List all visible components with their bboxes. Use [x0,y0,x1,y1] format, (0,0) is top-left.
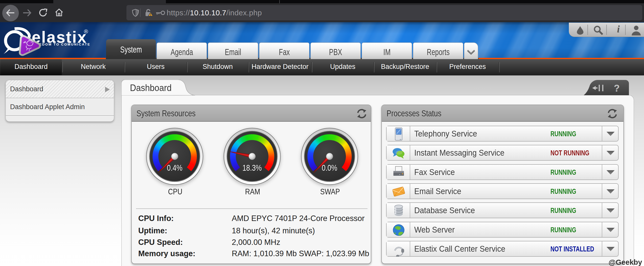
svg-text:?: ? [614,83,620,94]
svg-text:0.0%: 0.0% [322,163,337,173]
svg-text:18.3%: 18.3% [242,163,262,173]
svg-text:0.4%: 0.4% [167,163,182,173]
